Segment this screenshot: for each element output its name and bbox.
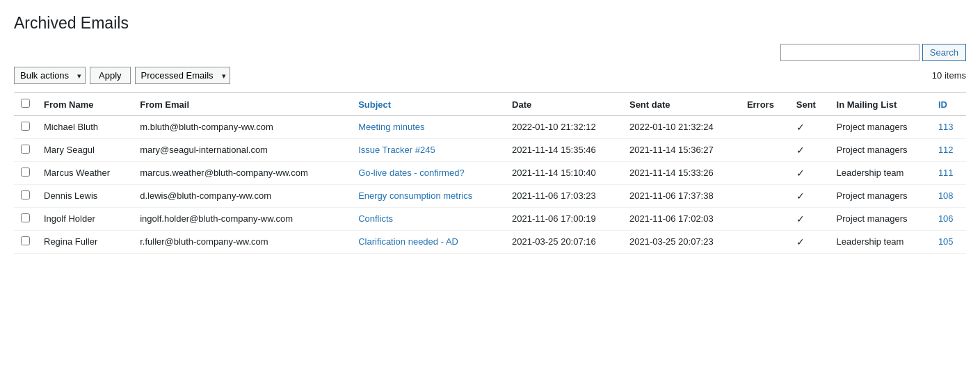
search-input[interactable]	[780, 44, 919, 61]
col-header-mailing-list: In Mailing List	[830, 93, 931, 116]
cell-date: 2021-03-25 20:07:16	[505, 231, 622, 254]
cell-errors	[740, 185, 789, 208]
cell-date: 2022-01-10 21:32:12	[505, 116, 622, 139]
col-header-from-name: From Name	[37, 93, 133, 116]
table-row: Regina Fuller r.fuller@bluth-company-ww.…	[14, 231, 966, 254]
table-row: Ingolf Holder ingolf.holder@bluth-compan…	[14, 208, 966, 231]
cell-mailing-list: Project managers	[830, 139, 931, 162]
cell-date: 2021-11-14 15:35:46	[505, 139, 622, 162]
cell-date: 2021-11-06 17:03:23	[505, 185, 622, 208]
cell-subject[interactable]: Energy consumption metrics	[351, 185, 505, 208]
cell-errors	[740, 162, 789, 185]
cell-sent-date: 2021-11-14 15:36:27	[622, 139, 740, 162]
cell-from-email: ingolf.holder@bluth-company-ww.com	[133, 208, 351, 231]
cell-date: 2021-11-06 17:00:19	[505, 208, 622, 231]
cell-sent-date: 2021-11-06 17:02:03	[622, 208, 740, 231]
cell-from-email: d.lewis@bluth-company-ww.com	[133, 185, 351, 208]
table-row: Mary Seagul mary@seagul-international.co…	[14, 139, 966, 162]
cell-subject[interactable]: Conflicts	[351, 208, 505, 231]
cell-sent: ✓	[789, 208, 830, 231]
filter-select[interactable]: Processed Emails	[135, 67, 230, 84]
cell-subject[interactable]: Issue Tracker #245	[351, 139, 505, 162]
cell-mailing-list: Project managers	[830, 208, 931, 231]
cell-date: 2021-11-14 15:10:40	[505, 162, 622, 185]
row-checkbox-1[interactable]	[21, 145, 30, 154]
cell-sent: ✓	[789, 231, 830, 254]
col-header-sent-date: Sent date	[622, 93, 740, 116]
cell-errors	[740, 208, 789, 231]
cell-from-name: Dennis Lewis	[37, 185, 133, 208]
cell-from-name: Marcus Weather	[37, 162, 133, 185]
cell-id[interactable]: 113	[931, 116, 966, 139]
cell-id[interactable]: 105	[931, 231, 966, 254]
cell-subject[interactable]: Meeting minutes	[351, 116, 505, 139]
row-checkbox-2[interactable]	[21, 168, 30, 177]
cell-sent-date: 2021-11-06 17:37:38	[622, 185, 740, 208]
row-checkbox-5[interactable]	[21, 236, 30, 245]
items-count: 10 items	[932, 70, 966, 81]
col-header-errors: Errors	[740, 93, 789, 116]
cell-sent: ✓	[789, 162, 830, 185]
cell-from-email: m.bluth@bluth-company-ww.com	[133, 116, 351, 139]
row-checkbox-0[interactable]	[21, 122, 30, 131]
cell-id[interactable]: 112	[931, 139, 966, 162]
cell-sent-date: 2021-11-14 15:33:26	[622, 162, 740, 185]
row-checkbox-3[interactable]	[21, 190, 30, 199]
cell-from-email: mary@seagul-international.com	[133, 139, 351, 162]
cell-sent: ✓	[789, 185, 830, 208]
page-title: Archived Emails	[14, 14, 966, 33]
table-row: Michael Bluth m.bluth@bluth-company-ww.c…	[14, 116, 966, 139]
cell-id[interactable]: 108	[931, 185, 966, 208]
cell-from-name: Michael Bluth	[37, 116, 133, 139]
table-row: Marcus Weather marcus.weather@bluth-comp…	[14, 162, 966, 185]
cell-sent: ✓	[789, 116, 830, 139]
search-button[interactable]: Search	[922, 44, 966, 61]
col-header-id[interactable]: ID	[931, 93, 966, 116]
cell-from-name: Regina Fuller	[37, 231, 133, 254]
cell-from-email: r.fuller@bluth-company-ww.com	[133, 231, 351, 254]
cell-errors	[740, 231, 789, 254]
cell-mailing-list: Project managers	[830, 116, 931, 139]
cell-mailing-list: Leadership team	[830, 162, 931, 185]
select-all-checkbox[interactable]	[21, 99, 30, 108]
cell-id[interactable]: 111	[931, 162, 966, 185]
cell-from-email: marcus.weather@bluth-company-ww.com	[133, 162, 351, 185]
table-row: Dennis Lewis d.lewis@bluth-company-ww.co…	[14, 185, 966, 208]
col-header-sent: Sent	[789, 93, 830, 116]
cell-errors	[740, 139, 789, 162]
row-checkbox-4[interactable]	[21, 213, 30, 222]
cell-sent: ✓	[789, 139, 830, 162]
cell-subject[interactable]: Clarification needed - AD	[351, 231, 505, 254]
col-header-date: Date	[505, 93, 622, 116]
cell-errors	[740, 116, 789, 139]
cell-id[interactable]: 106	[931, 208, 966, 231]
cell-sent-date: 2021-03-25 20:07:23	[622, 231, 740, 254]
emails-table: From Name From Email Subject Date Sent d…	[14, 92, 966, 254]
cell-subject[interactable]: Go-live dates - confirmed?	[351, 162, 505, 185]
col-header-from-email: From Email	[133, 93, 351, 116]
cell-sent-date: 2022-01-10 21:32:24	[622, 116, 740, 139]
bulk-actions-select[interactable]: Bulk actions	[14, 67, 86, 84]
col-header-subject[interactable]: Subject	[351, 93, 505, 116]
apply-button[interactable]: Apply	[90, 67, 131, 84]
cell-from-name: Ingolf Holder	[37, 208, 133, 231]
cell-mailing-list: Project managers	[830, 185, 931, 208]
cell-mailing-list: Leadership team	[830, 231, 931, 254]
cell-from-name: Mary Seagul	[37, 139, 133, 162]
